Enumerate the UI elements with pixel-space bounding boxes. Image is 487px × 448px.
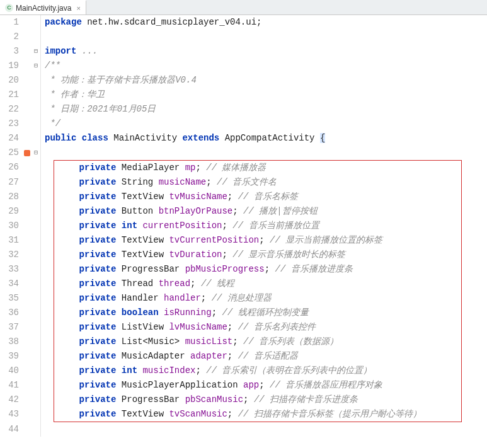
code-line[interactable]: 2 <box>0 30 487 44</box>
bookmark-gutter[interactable] <box>23 378 32 393</box>
code-line[interactable]: 42 private ProgressBar pbScanMusic; // 扫… <box>0 393 487 407</box>
bookmark-gutter[interactable] <box>23 88 32 102</box>
bookmark-gutter[interactable] <box>23 131 32 146</box>
code-line[interactable]: 23 */ <box>0 117 487 131</box>
code-line[interactable]: 43 private TextView tvScanMusic; // 扫描存储… <box>0 407 487 422</box>
code-content[interactable] <box>41 422 487 437</box>
fold-minus-icon[interactable]: ⊟ <box>32 146 40 160</box>
code-content[interactable]: private TextView tvScanMusic; // 扫描存储卡音乐… <box>54 407 462 422</box>
fold-gutter[interactable] <box>32 378 40 393</box>
bookmark-gutter[interactable] <box>23 407 32 422</box>
code-line[interactable]: 26 private MediaPlayer mp; // 媒体播放器 <box>0 160 487 175</box>
close-icon[interactable]: × <box>76 4 80 12</box>
bookmark-gutter[interactable] <box>23 349 32 364</box>
fold-gutter[interactable] <box>32 160 40 175</box>
fold-gutter[interactable] <box>32 349 40 364</box>
code-line[interactable]: 38 private List<Music> musicList; // 音乐列… <box>0 335 487 349</box>
fold-gutter[interactable] <box>32 190 40 204</box>
code-content[interactable]: private Thread thread; // 线程 <box>54 277 462 291</box>
fold-gutter[interactable] <box>32 393 40 407</box>
fold-gutter[interactable] <box>32 407 40 422</box>
code-content[interactable]: private ProgressBar pbScanMusic; // 扫描存储… <box>54 393 462 407</box>
fold-gutter[interactable] <box>32 291 40 306</box>
bookmark-gutter[interactable] <box>23 204 32 219</box>
bookmark-gutter[interactable] <box>23 59 32 73</box>
bookmark-gutter[interactable] <box>23 291 32 306</box>
fold-gutter[interactable] <box>32 102 40 117</box>
bookmark-gutter[interactable] <box>23 248 32 262</box>
code-line[interactable]: 1package net.hw.sdcard_musicplayer_v04.u… <box>0 15 487 30</box>
bookmark-gutter[interactable] <box>23 160 32 175</box>
code-editor[interactable]: 1package net.hw.sdcard_musicplayer_v04.u… <box>0 15 487 437</box>
code-line[interactable]: 21 * 作者：华卫 <box>0 88 487 102</box>
bookmark-gutter[interactable] <box>23 364 32 378</box>
bookmark-gutter[interactable] <box>23 73 32 88</box>
code-line[interactable]: 28 private TextView tvMusicName; // 音乐名标… <box>0 190 487 204</box>
fold-gutter[interactable] <box>32 248 40 262</box>
fold-gutter[interactable] <box>32 117 40 131</box>
bookmark-gutter[interactable] <box>23 277 32 291</box>
bookmark-gutter[interactable] <box>23 117 32 131</box>
code-content[interactable] <box>41 30 487 44</box>
fold-gutter[interactable] <box>32 30 40 44</box>
code-content[interactable]: private ProgressBar pbMusicProgress; // … <box>54 262 462 277</box>
bookmark-gutter[interactable] <box>23 146 32 160</box>
code-content[interactable]: private List<Music> musicList; // 音乐列表（数… <box>54 335 462 349</box>
code-content[interactable]: import ... <box>41 44 487 59</box>
code-line[interactable]: 3⊟import ... <box>0 44 487 59</box>
fold-gutter[interactable] <box>32 175 40 190</box>
fold-gutter[interactable] <box>32 73 40 88</box>
code-content[interactable]: private boolean isRunning; // 线程循环控制变量 <box>54 306 462 320</box>
fold-minus-icon[interactable]: ⊟ <box>32 59 40 73</box>
code-content[interactable]: private MusicAdapter adapter; // 音乐适配器 <box>54 349 462 364</box>
bookmark-gutter[interactable] <box>23 422 32 437</box>
code-line[interactable]: 35 private Handler handler; // 消息处理器 <box>0 291 487 306</box>
code-content[interactable]: * 功能：基于存储卡音乐播放器V0.4 <box>41 73 487 88</box>
bookmark-gutter[interactable] <box>23 44 32 59</box>
bookmark-gutter[interactable] <box>23 320 32 335</box>
code-content[interactable]: private TextView tvMusicName; // 音乐名标签 <box>54 190 462 204</box>
fold-gutter[interactable] <box>32 422 40 437</box>
bookmark-gutter[interactable] <box>23 306 32 320</box>
fold-gutter[interactable] <box>32 233 40 248</box>
code-content[interactable]: private String musicName; // 音乐文件名 <box>54 175 462 190</box>
code-line[interactable]: 44 <box>0 422 487 437</box>
code-content[interactable]: /** <box>41 59 487 73</box>
fold-gutter[interactable] <box>32 88 40 102</box>
code-content[interactable]: private TextView tvCurrentPosition; // 显… <box>54 233 462 248</box>
bookmark-gutter[interactable] <box>23 175 32 190</box>
bookmark-gutter[interactable] <box>23 102 32 117</box>
code-content[interactable]: private MusicPlayerApplication app; // 音… <box>54 378 462 393</box>
code-content[interactable]: public class MainActivity extends AppCom… <box>41 131 487 146</box>
fold-gutter[interactable] <box>32 219 40 233</box>
code-line[interactable]: 33 private ProgressBar pbMusicProgress; … <box>0 262 487 277</box>
code-content[interactable]: private ListView lvMusicName; // 音乐名列表控件 <box>54 320 462 335</box>
fold-gutter[interactable] <box>32 306 40 320</box>
bookmark-gutter[interactable] <box>23 30 32 44</box>
code-line[interactable]: 34 private Thread thread; // 线程 <box>0 277 487 291</box>
code-line[interactable]: 39 private MusicAdapter adapter; // 音乐适配… <box>0 349 487 364</box>
bookmark-gutter[interactable] <box>23 190 32 204</box>
code-line[interactable]: 30 private int currentPosition; // 音乐当前播… <box>0 219 487 233</box>
fold-minus-icon[interactable]: ⊟ <box>32 44 40 59</box>
code-content[interactable]: * 日期：2021年01月05日 <box>41 102 487 117</box>
fold-gutter[interactable] <box>32 204 40 219</box>
code-line[interactable]: 37 private ListView lvMusicName; // 音乐名列… <box>0 320 487 335</box>
fold-gutter[interactable] <box>32 15 40 30</box>
bookmark-gutter[interactable] <box>23 335 32 349</box>
code-content[interactable]: */ <box>41 117 487 131</box>
code-line[interactable]: 19⊟/** <box>0 59 487 73</box>
code-line[interactable]: 22 * 日期：2021年01月05日 <box>0 102 487 117</box>
code-content[interactable]: package net.hw.sdcard_musicplayer_v04.ui… <box>41 15 487 30</box>
code-line[interactable]: 24public class MainActivity extends AppC… <box>0 131 487 146</box>
code-content[interactable]: private int musicIndex; // 音乐索引（表明在音乐列表中… <box>54 364 462 378</box>
code-content[interactable] <box>41 146 487 160</box>
code-content[interactable]: * 作者：华卫 <box>41 88 487 102</box>
code-line[interactable]: 36 private boolean isRunning; // 线程循环控制变… <box>0 306 487 320</box>
bookmark-gutter[interactable] <box>23 219 32 233</box>
code-line[interactable]: 27 private String musicName; // 音乐文件名 <box>0 175 487 190</box>
code-content[interactable]: private int currentPosition; // 音乐当前播放位置 <box>54 219 462 233</box>
fold-gutter[interactable] <box>32 364 40 378</box>
code-content[interactable]: private MediaPlayer mp; // 媒体播放器 <box>54 160 462 175</box>
code-line[interactable]: 25⊟ <box>0 146 487 160</box>
